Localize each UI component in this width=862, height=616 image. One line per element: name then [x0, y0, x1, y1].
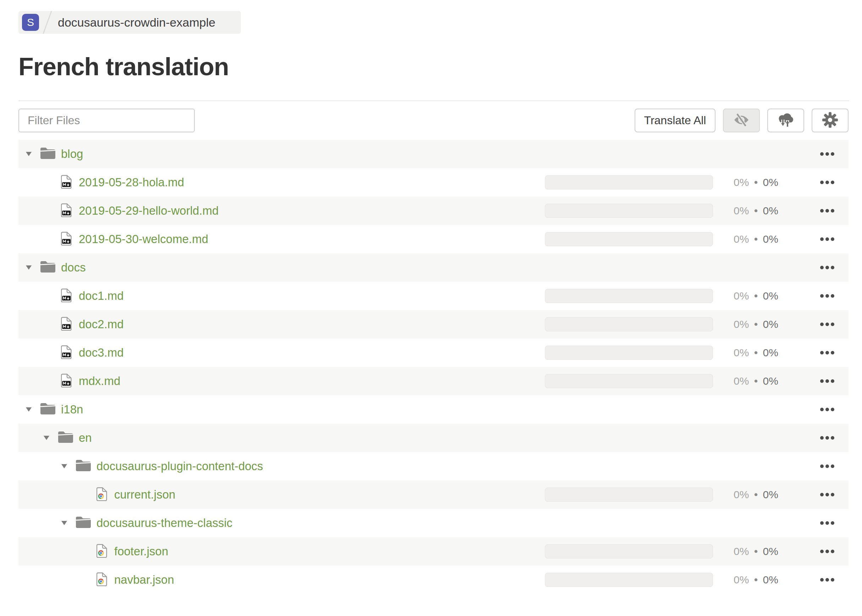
markdown-file-icon: [61, 317, 72, 332]
percent-separator: •: [751, 347, 760, 358]
expand-triangle-icon[interactable]: [26, 407, 31, 412]
tree-row-right: 0% • 0%: [545, 544, 848, 558]
translation-progress-bar: [545, 232, 713, 246]
file-name-link[interactable]: doc1.md: [79, 289, 124, 303]
translated-percent: 0%: [733, 545, 749, 557]
row-context-menu-button[interactable]: [820, 351, 834, 355]
tree-row-right: 0% • 0%: [545, 487, 848, 502]
folder-icon: [76, 460, 91, 473]
tree-row[interactable]: blog: [19, 140, 848, 168]
breadcrumb-slash-separator: [41, 11, 54, 34]
folder-name-link[interactable]: i18n: [61, 403, 83, 416]
translation-progress-bar: [545, 204, 713, 218]
expand-triangle-icon[interactable]: [26, 152, 31, 156]
file-name-link[interactable]: 2019-05-30-welcome.md: [79, 233, 208, 246]
row-context-menu-button[interactable]: [820, 465, 834, 468]
file-name-link[interactable]: 2019-05-28-hola.md: [79, 176, 184, 189]
tree-row[interactable]: navbar.json 0% • 0%: [19, 566, 848, 594]
row-context-menu-button[interactable]: [820, 436, 834, 440]
tree-row[interactable]: 2019-05-28-hola.md 0% • 0%: [19, 168, 848, 196]
row-context-menu-button[interactable]: [820, 152, 834, 156]
translated-percent: 0%: [733, 489, 749, 500]
folder-name-link[interactable]: docusaurus-theme-classic: [96, 516, 232, 530]
translated-percent: 0%: [733, 290, 749, 302]
tree-row[interactable]: 2019-05-30-welcome.md 0% • 0%: [19, 225, 848, 253]
row-context-menu-button[interactable]: [820, 294, 834, 298]
tree-row-right: 0% • 0%: [545, 346, 848, 360]
tree-row-right: [545, 521, 848, 525]
tree-row-right: 0% • 0%: [545, 317, 848, 332]
tree-row-left: en: [19, 431, 92, 445]
json-file-icon: [96, 572, 107, 588]
approved-percent: 0%: [763, 318, 778, 330]
row-context-menu-button[interactable]: [820, 266, 834, 269]
tree-row[interactable]: 2019-05-29-hello-world.md 0% • 0%: [19, 196, 848, 225]
percent-separator: •: [751, 574, 760, 586]
file-name-link[interactable]: 2019-05-29-hello-world.md: [79, 204, 218, 217]
row-context-menu-button[interactable]: [820, 493, 834, 497]
tree-row[interactable]: doc3.md 0% • 0%: [19, 338, 848, 367]
project-page: S docusaurus-crowdin-example French tran…: [0, 0, 862, 616]
hide-completed-button[interactable]: [723, 108, 760, 132]
expand-triangle-icon[interactable]: [61, 464, 67, 468]
tree-row[interactable]: doc1.md 0% • 0%: [19, 282, 848, 310]
file-tree: blog: [19, 140, 848, 594]
row-context-menu-button[interactable]: [820, 550, 834, 553]
tree-row[interactable]: docusaurus-plugin-content-docs: [19, 452, 848, 481]
tree-row[interactable]: mdx.md 0% • 0%: [19, 367, 848, 395]
percent-separator: •: [751, 176, 760, 188]
file-name-link[interactable]: doc3.md: [79, 346, 124, 360]
tree-row-left: doc3.md: [19, 345, 124, 360]
row-context-menu-button[interactable]: [820, 181, 834, 184]
file-name-link[interactable]: doc2.md: [79, 317, 124, 331]
tree-row[interactable]: footer.json 0% • 0%: [19, 537, 848, 566]
row-context-menu-button[interactable]: [820, 521, 834, 525]
file-name-link[interactable]: current.json: [114, 488, 175, 501]
expand-triangle-icon[interactable]: [44, 436, 49, 440]
tree-row-left: doc2.md: [19, 317, 124, 332]
breadcrumb[interactable]: S docusaurus-crowdin-example: [19, 11, 241, 34]
folder-name-link[interactable]: en: [79, 431, 92, 445]
markdown-file-icon: [61, 289, 72, 304]
translation-progress-bar: [545, 544, 713, 558]
percent-separator: •: [751, 318, 760, 330]
tree-row-left: current.json: [19, 487, 175, 503]
breadcrumb-project-name[interactable]: docusaurus-crowdin-example: [58, 16, 215, 30]
translation-progress-bar: [545, 346, 713, 360]
folder-name-link[interactable]: blog: [61, 147, 83, 161]
row-context-menu-button[interactable]: [820, 237, 834, 241]
row-context-menu-button[interactable]: [820, 578, 834, 581]
row-context-menu-button[interactable]: [820, 209, 834, 212]
sync-files-button[interactable]: [767, 108, 804, 132]
tree-row-left: docusaurus-plugin-content-docs: [19, 459, 263, 473]
settings-button[interactable]: [812, 108, 848, 132]
markdown-file-icon: [61, 345, 72, 360]
file-name-link[interactable]: footer.json: [114, 545, 168, 558]
translated-percent: 0%: [733, 318, 749, 330]
expand-triangle-icon[interactable]: [61, 521, 67, 525]
tree-row-left: 2019-05-28-hola.md: [19, 175, 184, 190]
file-name-link[interactable]: mdx.md: [79, 374, 120, 388]
row-context-menu-button[interactable]: [820, 322, 834, 326]
file-name-link[interactable]: navbar.json: [114, 573, 174, 586]
translate-all-button[interactable]: Translate All: [634, 108, 716, 132]
tree-row[interactable]: docusaurus-theme-classic: [19, 509, 848, 537]
tree-row[interactable]: current.json 0% • 0%: [19, 481, 848, 509]
tree-row[interactable]: en: [19, 424, 848, 452]
folder-name-link[interactable]: docs: [61, 261, 86, 274]
cloud-sync-icon: [777, 113, 794, 128]
approved-percent: 0%: [763, 545, 778, 557]
row-context-menu-button[interactable]: [820, 408, 834, 411]
expand-triangle-icon[interactable]: [26, 266, 31, 270]
translated-percent: 0%: [733, 205, 749, 217]
filter-files-input[interactable]: [19, 108, 195, 132]
folder-name-link[interactable]: docusaurus-plugin-content-docs: [96, 459, 263, 473]
json-file-icon: [96, 487, 107, 503]
row-context-menu-button[interactable]: [820, 379, 834, 383]
tree-row[interactable]: doc2.md 0% • 0%: [19, 310, 848, 338]
tree-row[interactable]: docs: [19, 253, 848, 282]
markdown-file-icon: [61, 175, 72, 190]
title-divider: [19, 101, 849, 101]
tree-row[interactable]: i18n: [19, 395, 848, 424]
tree-row-right: [545, 408, 848, 411]
